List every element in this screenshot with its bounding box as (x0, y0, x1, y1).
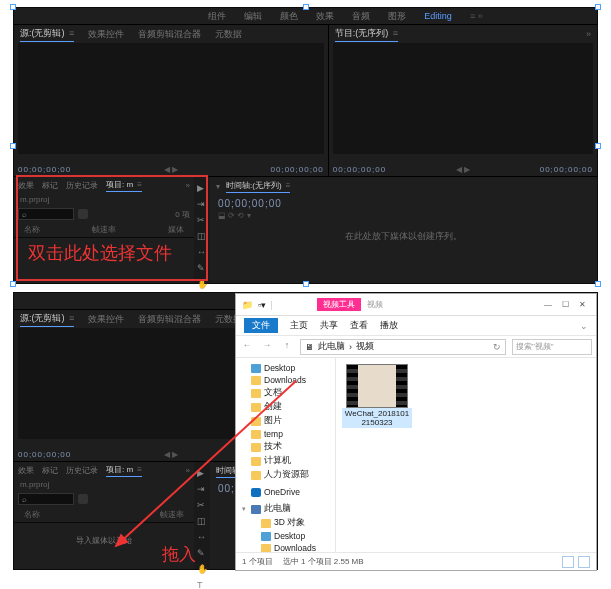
tab-metadata[interactable]: 元数据 (215, 28, 242, 41)
tab-project[interactable]: 项目: m ≡ (106, 179, 142, 192)
tab-history[interactable]: 历史记录 (66, 180, 98, 191)
address-path[interactable]: 🖥 此电脑 › 视频 ↻ (300, 339, 506, 355)
workspace-label-editing[interactable]: Editing (424, 11, 452, 21)
close-icon[interactable]: ≡ (67, 28, 75, 38)
breadcrumb-folder[interactable]: 视频 (356, 340, 374, 353)
panel-menu-icon[interactable]: ≡ (390, 28, 398, 38)
bin-icon[interactable] (78, 209, 88, 219)
project-search-input[interactable]: ⌕ (18, 493, 74, 505)
hand-tool-icon[interactable]: ✋ (197, 564, 207, 574)
selection-handle[interactable] (595, 4, 601, 10)
tree-item--[interactable]: 创建 (238, 400, 333, 414)
project-bin-area[interactable] (18, 229, 190, 280)
pen-tool-icon[interactable]: ✎ (197, 548, 207, 558)
project-bin-area[interactable]: 导入媒体以开始 (18, 514, 190, 567)
refresh-icon[interactable]: ↻ (493, 342, 501, 352)
project-search-input[interactable]: ⌕ (18, 208, 74, 220)
source-fit-controls[interactable]: ◀ ▶ (164, 165, 178, 174)
tree-item--[interactable]: 人力资源部 (238, 468, 333, 482)
panel-overflow-icon[interactable]: » (186, 466, 190, 475)
ribbon-tab-share[interactable]: 共享 (320, 319, 338, 332)
slip-tool-icon[interactable]: ↔ (197, 532, 207, 542)
tab-effect-controls[interactable]: 效果控件 (88, 28, 124, 41)
timeline-timecode[interactable]: 00;00;00;00 (210, 196, 597, 211)
contextual-tab-video-tools[interactable]: 视频工具 (317, 298, 361, 311)
razor-tool-icon[interactable]: ◫ (197, 231, 207, 241)
maximize-button[interactable]: ☐ (562, 300, 569, 309)
nav-up-button[interactable]: ↑ (280, 340, 294, 354)
type-tool-icon[interactable]: T (197, 580, 207, 589)
bin-icon[interactable] (78, 494, 88, 504)
tree-item-downloads[interactable]: Downloads (238, 374, 333, 386)
hand-tool-icon[interactable]: ✋ (197, 279, 207, 289)
tree-caret-icon[interactable]: ▾ (240, 505, 248, 513)
tab-effect-controls[interactable]: 效果控件 (88, 313, 124, 326)
program-monitor-viewport[interactable] (333, 43, 593, 154)
workspace-overflow-icon[interactable]: ≡ » (470, 11, 483, 21)
ribbon-tab-file[interactable]: 文件 (244, 318, 278, 333)
close-button[interactable]: ✕ (579, 300, 586, 309)
ribbon-tab-home[interactable]: 主页 (290, 319, 308, 332)
selection-handle[interactable] (303, 281, 309, 287)
view-large-icons-icon[interactable] (578, 556, 590, 568)
menu-item[interactable]: 颜色 (280, 10, 298, 23)
nav-back-button[interactable]: ← (240, 340, 254, 354)
explorer-titlebar[interactable]: 📁 ▫ ▾ | 视频工具 视频 — ☐ ✕ (236, 294, 596, 316)
program-fit-controls[interactable]: ◀ ▶ (456, 165, 470, 174)
marker-icon[interactable]: ▾ (216, 182, 220, 191)
menu-item[interactable]: 图形 (388, 10, 406, 23)
ribbon-expand-icon[interactable]: ⌄ (580, 321, 588, 331)
tab-program[interactable]: 节目:(无序列) ≡ (335, 27, 398, 42)
tab-source[interactable]: 源:(无剪辑) ≡ (20, 27, 74, 42)
tab-history[interactable]: 历史记录 (66, 465, 98, 476)
source-fit-controls[interactable]: ◀ ▶ (164, 450, 178, 459)
panel-overflow-icon[interactable]: » (586, 29, 591, 39)
menu-item[interactable]: 组件 (208, 10, 226, 23)
razor-tool-icon[interactable]: ◫ (197, 516, 207, 526)
tree-item-3d-[interactable]: 3D 对象 (238, 516, 333, 530)
file-explorer-window[interactable]: 📁 ▫ ▾ | 视频工具 视频 — ☐ ✕ 文件 主页 共享 查看 播放 ⌄ ←… (235, 293, 597, 571)
tree-item--[interactable]: ▾此电脑 (238, 502, 333, 516)
tree-item-desktop[interactable]: Desktop (238, 530, 333, 542)
timeline-track-controls[interactable]: ⬓ ⟳ ⟲ ▾ (210, 211, 597, 220)
track-select-tool-icon[interactable]: ⇥ (197, 484, 207, 494)
pen-tool-icon[interactable]: ✎ (197, 263, 207, 273)
tree-item-temp[interactable]: temp (238, 428, 333, 440)
selection-tool-icon[interactable]: ▶ (197, 468, 207, 478)
tab-audio-mixer[interactable]: 音频剪辑混合器 (138, 313, 201, 326)
panel-overflow-icon[interactable]: » (186, 181, 190, 190)
selection-handle[interactable] (10, 281, 16, 287)
tree-item-onedrive[interactable]: OneDrive (238, 486, 333, 498)
tree-item--[interactable]: 计算机 (238, 454, 333, 468)
tab-timeline[interactable]: 时间轴:(无序列) ≡ (226, 180, 290, 193)
tab-markers[interactable]: 标记 (42, 465, 58, 476)
menu-item[interactable]: 音频 (352, 10, 370, 23)
ribbon-tab-view[interactable]: 查看 (350, 319, 368, 332)
explorer-search-input[interactable]: 搜索"视频" (512, 339, 592, 355)
ripple-tool-icon[interactable]: ✂ (197, 500, 207, 510)
selection-handle[interactable] (10, 4, 16, 10)
menu-item[interactable]: 编辑 (244, 10, 262, 23)
tree-item--[interactable]: 技术 (238, 440, 333, 454)
tree-item--[interactable]: 文档 (238, 386, 333, 400)
ribbon-tab-play[interactable]: 播放 (380, 319, 398, 332)
tree-item-desktop[interactable]: Desktop (238, 362, 333, 374)
video-file-item[interactable]: WeChat_20181012150323 (342, 364, 412, 428)
quick-access-dropdown-icon[interactable]: ▾ (261, 300, 266, 310)
menu-item[interactable]: 效果 (316, 10, 334, 23)
tab-markers[interactable]: 标记 (42, 180, 58, 191)
track-select-tool-icon[interactable]: ⇥ (197, 199, 207, 209)
breadcrumb-root[interactable]: 此电脑 (318, 340, 345, 353)
ripple-tool-icon[interactable]: ✂ (197, 215, 207, 225)
nav-forward-button[interactable]: → (260, 340, 274, 354)
tab-effects[interactable]: 效果 (18, 180, 34, 191)
view-details-icon[interactable] (562, 556, 574, 568)
tree-item-downloads[interactable]: Downloads (238, 542, 333, 552)
explorer-content-area[interactable]: WeChat_20181012150323 (336, 358, 596, 552)
tab-audio-mixer[interactable]: 音频剪辑混合器 (138, 28, 201, 41)
tab-project[interactable]: 项目: m ≡ (106, 464, 142, 477)
minimize-button[interactable]: — (544, 300, 552, 309)
explorer-nav-tree[interactable]: DesktopDownloads文档创建图片temp技术计算机人力资源部OneD… (236, 358, 336, 552)
tree-item--[interactable]: 图片 (238, 414, 333, 428)
selection-handle[interactable] (595, 281, 601, 287)
